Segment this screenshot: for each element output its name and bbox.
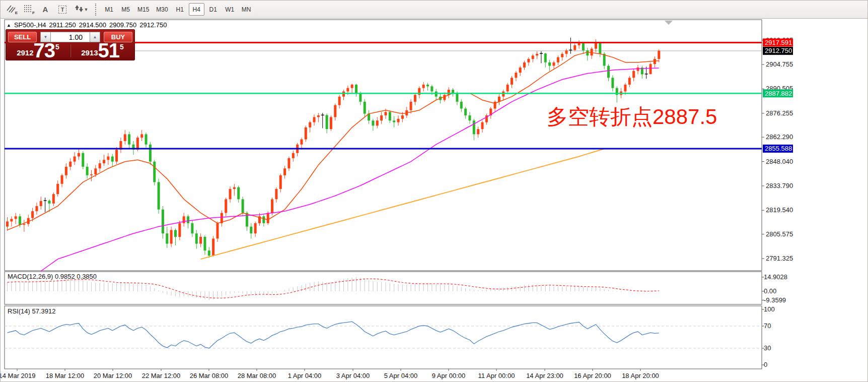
toolbar-drag-handle[interactable] xyxy=(95,4,98,16)
tf-button-m30[interactable]: M30 xyxy=(153,3,171,16)
current-price-label: 2912.750 xyxy=(763,47,793,55)
sell-price-prefix: 2912 xyxy=(17,48,33,59)
svg-text:70: 70 xyxy=(764,322,771,330)
svg-text:28 Mar 08:00: 28 Mar 08:00 xyxy=(238,372,276,379)
tf-button-m1[interactable]: M1 xyxy=(101,3,117,16)
svg-text:22 Mar 12:00: 22 Mar 12:00 xyxy=(142,372,181,379)
text-box-icon: T xyxy=(58,6,67,14)
icon-sub-letter: E xyxy=(15,11,18,15)
svg-text:1 Apr 04:00: 1 Apr 04:00 xyxy=(288,372,322,379)
sell-price-big: 73 xyxy=(34,42,55,59)
svg-text:2833.790: 2833.790 xyxy=(766,182,793,189)
svg-text:5 Apr 04:00: 5 Apr 04:00 xyxy=(384,372,418,379)
svg-text:3 Apr 04:00: 3 Apr 04:00 xyxy=(336,372,370,379)
svg-text:2912.750: 2912.750 xyxy=(765,47,792,54)
arrow-tools-button[interactable]: ▼ xyxy=(71,3,92,16)
tf-button-w1[interactable]: W1 xyxy=(222,3,238,16)
svg-text:11 Apr 00:00: 11 Apr 00:00 xyxy=(478,372,515,379)
volume-input[interactable]: 1.00 xyxy=(51,32,90,42)
price-divider xyxy=(70,44,70,57)
tf-button-mn[interactable]: MN xyxy=(239,3,254,16)
svg-text:30: 30 xyxy=(764,344,771,352)
svg-text:20 Mar 12:00: 20 Mar 12:00 xyxy=(94,372,132,379)
ohlc-close: 2912.750 xyxy=(139,21,167,29)
svg-text:18 Apr 20:00: 18 Apr 20:00 xyxy=(622,372,659,379)
svg-text:2876.255: 2876.255 xyxy=(766,109,793,117)
sell-button[interactable]: SELL xyxy=(8,32,37,42)
svg-text:2862.290: 2862.290 xyxy=(766,133,793,141)
svg-text:14 Apr 23:00: 14 Apr 23:00 xyxy=(526,372,563,379)
equidistant-channel-icon xyxy=(7,5,16,15)
svg-text:2855.588: 2855.588 xyxy=(765,145,792,152)
ohlc-open: 2911.250 xyxy=(49,21,76,29)
text-label-icon: A xyxy=(43,5,48,14)
svg-text:-9.3599: -9.3599 xyxy=(764,296,786,304)
equidistant-channel-button[interactable]: E xyxy=(3,3,19,16)
svg-text:2819.540: 2819.540 xyxy=(766,206,793,214)
chevron-down-icon: ▼ xyxy=(84,7,89,12)
rsi-indicator-label: RSI(14) 57.3912 xyxy=(8,307,55,315)
buy-price-prefix: 2913 xyxy=(81,48,98,59)
arrow-tools-icon xyxy=(75,5,83,15)
svg-text:2805.575: 2805.575 xyxy=(766,230,793,238)
pivot-line-price-label: 2887.882 xyxy=(763,89,793,97)
fibonacci-button[interactable]: F xyxy=(20,3,36,16)
svg-text:2904.755: 2904.755 xyxy=(766,60,793,68)
svg-text:26 Mar 08:00: 26 Mar 08:00 xyxy=(190,372,229,379)
text-box-button[interactable]: T xyxy=(54,3,70,16)
svg-text:2917.591: 2917.591 xyxy=(765,39,792,46)
macd-indicator-label: MACD(12,26,9) 0.9852 0.3850 xyxy=(8,273,97,280)
buy-price-sup: 5 xyxy=(120,43,124,51)
svg-text:16 Apr 20:00: 16 Apr 20:00 xyxy=(574,372,611,379)
svg-text:9 Apr 00:00: 9 Apr 00:00 xyxy=(432,372,466,379)
chart-text-annotation[interactable]: 多空转折点2887.5 xyxy=(547,103,717,131)
svg-text:14.9028: 14.9028 xyxy=(764,273,787,281)
buy-price-display[interactable]: 2913 51 5 xyxy=(71,42,133,59)
time-axis[interactable]: 14 Mar 201918 Mar 12:0020 Mar 12:0022 Ma… xyxy=(1,369,659,379)
trade-panel-collapse-icon[interactable]: ▲ xyxy=(7,23,11,28)
svg-text:0.00: 0.00 xyxy=(764,287,776,295)
svg-text:2791.325: 2791.325 xyxy=(766,254,793,262)
toolbar: E F A T ▼ M1 M5 M xyxy=(1,1,868,19)
panel-frames xyxy=(5,20,762,369)
svg-text:0: 0 xyxy=(764,361,767,368)
svg-text:18 Mar 12:00: 18 Mar 12:00 xyxy=(46,372,85,379)
price-chart-svg[interactable]: 2919.0052904.7552890.5052876.2552862.290… xyxy=(1,19,868,382)
fibonacci-lines-icon xyxy=(24,5,33,15)
tf-button-m5[interactable]: M5 xyxy=(118,3,133,16)
chart-area: 2919.0052904.7552890.5052876.2552862.290… xyxy=(1,19,868,382)
svg-text:100: 100 xyxy=(764,305,775,313)
svg-text:2848.040: 2848.040 xyxy=(766,158,793,165)
buy-price-big: 51 xyxy=(98,42,120,59)
icon-sub-letter: F xyxy=(32,11,35,15)
tf-button-h1[interactable]: H1 xyxy=(172,3,188,16)
ohlc-low: 2909.750 xyxy=(109,21,136,29)
ohlc-high: 2914.500 xyxy=(79,21,106,29)
symbol-timeframe-label: SP500-,H4 xyxy=(14,21,46,29)
chart-ohlc-header: ▲ SP500-,H4 2911.250 2914.500 2909.750 2… xyxy=(7,21,167,29)
mt4-window: E F A T ▼ M1 M5 M xyxy=(0,0,868,382)
resistance-line-price-label: 2917.591 xyxy=(763,38,793,46)
tf-button-d1[interactable]: D1 xyxy=(205,3,221,16)
svg-text:2887.882: 2887.882 xyxy=(765,90,792,97)
tf-button-m15[interactable]: M15 xyxy=(134,3,152,16)
tf-button-h4[interactable]: H4 xyxy=(189,3,204,16)
sell-price-display[interactable]: 2912 73 5 xyxy=(7,42,69,59)
one-click-trade-panel: SELL ▼ 1.00 ▲ BUY 2912 73 5 2913 51 xyxy=(6,29,135,60)
support-line-price-label: 2855.588 xyxy=(763,145,793,153)
text-label-button[interactable]: A xyxy=(37,3,53,16)
svg-text:14 Mar 2019: 14 Mar 2019 xyxy=(1,372,36,379)
sell-price-sup: 5 xyxy=(55,43,59,51)
